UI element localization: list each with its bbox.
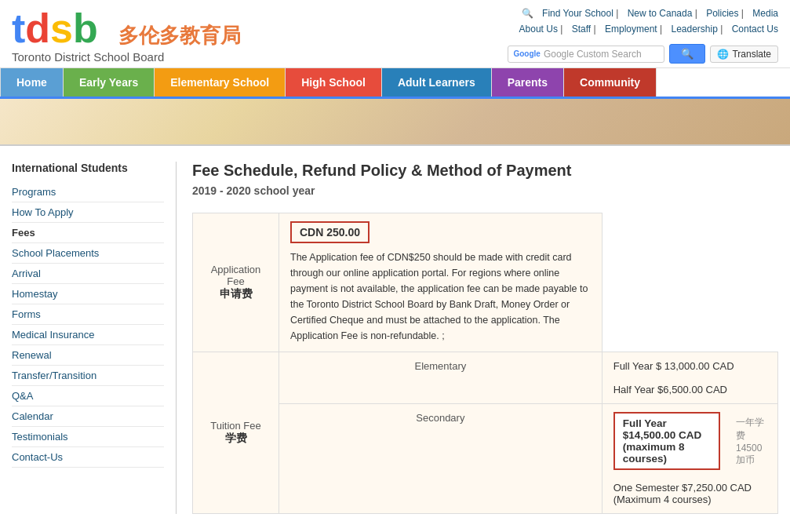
tuition-elementary-row: Tuition Fee 学费 Elementary Full Year $ 13… <box>193 352 778 404</box>
find-school-link[interactable]: Find Your School <box>542 8 613 19</box>
header: tdsb 多伦多教育局 Toronto District School Boar… <box>0 0 790 68</box>
secondary-full-year-amount: Full Year $14,500.00 CAD (maximum 8 cour… <box>613 412 720 470</box>
tuition-fee-label-en: Tuition Fee <box>204 420 268 432</box>
elementary-fee-cell: Full Year $ 13,000.00 CAD Half Year $6,5… <box>602 352 777 404</box>
nav-elementary[interactable]: Elementary School <box>155 68 286 97</box>
policies-link[interactable]: Policies <box>706 8 738 19</box>
banner-image <box>0 99 790 146</box>
about-us-link[interactable]: About Us <box>519 24 558 35</box>
school-year: 2019 - 2020 school year <box>192 184 778 197</box>
main-nav: Home Early Years Elementary School High … <box>0 68 790 99</box>
sidebar-item-transfer-transition[interactable]: Transfer/Transition <box>12 366 164 386</box>
top-links-row1: 🔍 Find Your School | New to Canada | Pol… <box>522 8 778 19</box>
logo-area: tdsb 多伦多教育局 Toronto District School Boar… <box>12 8 241 64</box>
application-fee-row: Application Fee 申请费 CDN 250.00 The Appli… <box>193 213 778 352</box>
sidebar: International Students Programs How To A… <box>12 162 177 514</box>
secondary-fee-cell: Full Year $14,500.00 CAD (maximum 8 cour… <box>602 404 777 514</box>
fee-table: Application Fee 申请费 CDN 250.00 The Appli… <box>192 213 778 514</box>
logo-letter-b: b <box>73 5 98 51</box>
logo-letter-s: s <box>50 5 73 51</box>
secondary-one-semester: One Semester $7,250.00 CAD (Maximum 4 co… <box>613 482 766 505</box>
search-area: Google Google Custom Search 🔍 🌐 Translat… <box>508 44 778 64</box>
logo-letter-t: t <box>12 5 25 51</box>
logo-letter-d: d <box>25 5 50 51</box>
nav-early-years[interactable]: Early Years <box>64 68 155 97</box>
application-fee-label-cell: Application Fee 申请费 <box>193 213 279 352</box>
nav-adult-learners[interactable]: Adult Learners <box>382 68 492 97</box>
employment-link[interactable]: Employment <box>605 24 657 35</box>
sidebar-item-calendar[interactable]: Calendar <box>12 406 164 427</box>
tuition-fee-label-zh: 学费 <box>204 432 268 446</box>
sidebar-item-forms[interactable]: Forms <box>12 304 164 325</box>
globe-icon: 🌐 <box>717 49 729 60</box>
tuition-fee-label-cell: Tuition Fee 学费 <box>193 352 279 514</box>
sidebar-item-arrival[interactable]: Arrival <box>12 264 164 284</box>
translate-button[interactable]: 🌐 Translate <box>710 46 778 63</box>
sidebar-item-fees[interactable]: Fees <box>12 223 164 243</box>
nav-community[interactable]: Community <box>564 68 657 97</box>
sidebar-title: International Students <box>12 162 164 174</box>
sidebar-item-contact-us[interactable]: Contact-Us <box>12 447 164 468</box>
new-to-canada-link[interactable]: New to Canada <box>628 8 693 19</box>
tuition-secondary-row: Secondary Full Year $14,500.00 CAD (maxi… <box>193 404 778 514</box>
sidebar-item-school-placements[interactable]: School Placements <box>12 243 164 264</box>
content-wrapper: International Students Programs How To A… <box>0 146 790 530</box>
nav-high-school[interactable]: High School <box>286 68 382 97</box>
nav-parents[interactable]: Parents <box>492 68 564 97</box>
logo-subtitle: Toronto District School Board <box>12 50 241 64</box>
application-fee-label-zh: 申请费 <box>204 287 268 301</box>
elementary-half-year: Half Year $6,500.00 CAD <box>613 384 766 395</box>
search-button[interactable]: 🔍 <box>669 44 705 64</box>
google-logo: Google <box>513 49 540 58</box>
leadership-link[interactable]: Leadership <box>671 24 717 35</box>
search-box[interactable]: Google Google Custom Search <box>508 46 664 63</box>
media-link[interactable]: Media <box>752 8 778 19</box>
sidebar-item-programs[interactable]: Programs <box>12 182 164 202</box>
contact-us-link[interactable]: Contact Us <box>732 24 778 35</box>
sidebar-item-renewal[interactable]: Renewal <box>12 345 164 366</box>
secondary-full-year-row: Full Year $14,500.00 CAD (maximum 8 cour… <box>613 412 766 470</box>
application-fee-description: The Application fee of CDN$250 should be… <box>290 250 591 344</box>
header-right: 🔍 Find Your School | New to Canada | Pol… <box>508 8 778 64</box>
nav-home[interactable]: Home <box>0 68 64 97</box>
staff-link[interactable]: Staff <box>572 24 591 35</box>
main-content: Fee Schedule, Refund Policy & Method of … <box>192 162 778 514</box>
page-title: Fee Schedule, Refund Policy & Method of … <box>192 162 778 180</box>
sidebar-item-how-to-apply[interactable]: How To Apply <box>12 202 164 223</box>
sidebar-item-homestay[interactable]: Homestay <box>12 284 164 304</box>
application-fee-content-cell: CDN 250.00 The Application fee of CDN$25… <box>279 213 603 352</box>
logo-chinese: 多伦多教育局 <box>118 24 241 47</box>
application-fee-label-en: Application Fee <box>204 264 268 287</box>
sidebar-item-medical-insurance[interactable]: Medical Insurance <box>12 325 164 345</box>
elementary-label-cell: Elementary <box>279 352 603 404</box>
sidebar-item-testimonials[interactable]: Testimonials <box>12 427 164 447</box>
secondary-full-year-zh: 一年学费14500加币 <box>728 416 766 467</box>
search-placeholder-text: Google Custom Search <box>544 49 642 60</box>
application-fee-amount: CDN 250.00 <box>290 221 370 243</box>
elementary-full-year: Full Year $ 13,000.00 CAD <box>613 360 766 372</box>
secondary-label-cell: Secondary <box>279 404 603 514</box>
top-links-row2: About Us | Staff | Employment | Leadersh… <box>513 24 778 35</box>
logo-tdsb: tdsb 多伦多教育局 <box>12 8 241 49</box>
translate-label: Translate <box>732 49 771 60</box>
sidebar-item-qa[interactable]: Q&A <box>12 386 164 406</box>
